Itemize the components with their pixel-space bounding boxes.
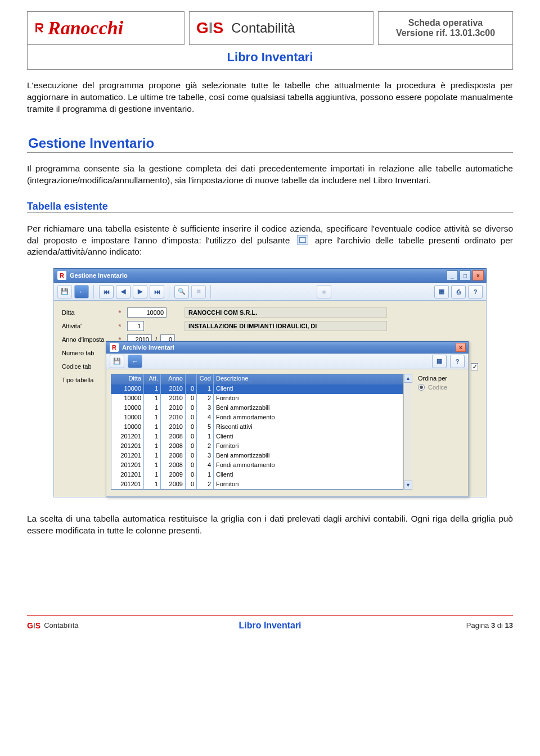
- required-icon: *: [116, 309, 124, 316]
- order-option-codice[interactable]: Codice: [418, 384, 464, 391]
- footer-center: Libro Inventari: [27, 621, 513, 630]
- dialog-save-icon[interactable]: 💾: [110, 355, 124, 368]
- table-row[interactable]: 2012011200802Fornitori: [111, 442, 403, 451]
- grid-header: Ditta Att. Anno Cod Descrizione: [111, 374, 403, 384]
- form-area: Ditta * 10000 RANOCCHI COM S.R.L. Attivi…: [53, 301, 487, 497]
- header-row: Ranocchi GIS Contabilità Scheda operativ…: [27, 11, 513, 45]
- brand-name: Ranocchi: [48, 19, 123, 38]
- col-cod: Cod: [197, 374, 214, 384]
- table-row[interactable]: 100001201005Risconti attivi: [111, 423, 403, 432]
- table-row[interactable]: 100001201003Beni ammortizzabili: [111, 404, 403, 413]
- footer-gis-logo: GIS: [27, 622, 40, 630]
- dialog-titlebar[interactable]: R Archivio inventari ×: [106, 341, 469, 354]
- app-logo-block: GIS Contabilità: [189, 11, 374, 45]
- footer-app: Contabilità: [44, 621, 78, 630]
- label-numero: Numero tab: [62, 350, 112, 356]
- dialog-archivio-inventari: R Archivio inventari × 💾 ← ▦ ?: [106, 341, 469, 497]
- search-icon[interactable]: 🔍: [174, 285, 189, 298]
- checkbox-re[interactable]: ✓: [471, 363, 478, 370]
- back-icon[interactable]: ←: [74, 285, 89, 298]
- app-r-icon: R: [57, 271, 66, 280]
- order-label: Ordina per: [418, 375, 464, 382]
- footer-left: GIS Contabilità: [27, 621, 79, 630]
- first-icon[interactable]: ⏮: [99, 285, 114, 298]
- label-codice: Codice tab: [62, 363, 112, 370]
- radio-icon: [418, 384, 425, 391]
- window-titlebar[interactable]: R Gestione Inventario _ □ ×: [53, 268, 487, 283]
- archive-icon: [297, 235, 308, 245]
- table-row[interactable]: 2012011200804Fondi ammortamento: [111, 461, 403, 470]
- table-row[interactable]: 2012011200801Clienti: [111, 432, 403, 442]
- dialog-body: Ditta Att. Anno Cod Descrizione 10000120…: [106, 369, 469, 497]
- table-row[interactable]: 100001201001Clienti: [111, 384, 403, 394]
- stop-icon[interactable]: ■: [317, 285, 331, 298]
- col-ditta: Ditta: [111, 374, 144, 384]
- table-row[interactable]: 100001201002Fornitori: [111, 394, 403, 404]
- last-icon[interactable]: ⏭: [150, 285, 164, 298]
- app-name: Contabilità: [231, 21, 295, 35]
- input-attivita[interactable]: 1: [127, 321, 144, 331]
- header-title: Libro Inventari: [27, 45, 513, 70]
- dialog-toolbar: 💾 ← ▦ ?: [106, 354, 469, 369]
- required-icon: *: [116, 322, 124, 330]
- table-row[interactable]: 2012011200902Fornitori: [111, 480, 403, 489]
- screenshot-gestione-inventario: R Gestione Inventario _ □ × 💾 ← ⏮ ◀ ▶ ⏭ …: [53, 268, 487, 497]
- col-att: Att.: [144, 374, 161, 384]
- scroll-down-icon[interactable]: ▼: [404, 481, 412, 490]
- help-icon[interactable]: ?: [468, 285, 483, 298]
- section-heading: Gestione Inventario: [27, 137, 513, 153]
- label-ditta: Ditta: [62, 309, 112, 316]
- input-ditta[interactable]: 10000: [127, 307, 166, 318]
- save-icon[interactable]: 💾: [57, 285, 72, 298]
- dialog-title: Archivio inventari: [122, 344, 174, 351]
- order-option-text: Codice: [428, 384, 447, 391]
- brand-logo: Ranocchi: [27, 11, 184, 45]
- intro-paragraph: L'esecuzione del programma propone già s…: [27, 80, 513, 115]
- order-panel: Ordina per Codice: [418, 374, 464, 490]
- next-icon[interactable]: ▶: [133, 285, 147, 298]
- table-row[interactable]: 2012011200803Beni ammortizzabili: [111, 451, 403, 461]
- grid-scrollbar[interactable]: ▲ ▼: [403, 374, 412, 490]
- subheading: Tabella esistente: [27, 201, 513, 213]
- print-icon[interactable]: ⎙: [451, 285, 466, 298]
- table-row[interactable]: 100001201004Fondi ammortamento: [111, 413, 403, 423]
- dialog-r-icon: R: [110, 343, 119, 352]
- label-anno: Anno d'imposta: [62, 336, 112, 343]
- col-desc: Descrizione: [214, 374, 403, 384]
- meta-line-2: Versione rif. 13.01.3c00: [379, 28, 512, 38]
- readout-attivita: INSTALLAZIONE DI IMPIANTI IDRAULICI, DI: [184, 321, 387, 331]
- page-footer: GIS Contabilità Libro Inventari Pagina 3…: [27, 615, 513, 635]
- footer-page-a: Pagina: [466, 621, 491, 630]
- toolbar: 💾 ← ⏮ ◀ ▶ ⏭ 🔍 ✖ ■ ▦ ⎙ ?: [53, 283, 487, 301]
- closing-paragraph: La scelta di una tabella automatica rest…: [27, 513, 513, 537]
- sub-paragraph: Per richiamare una tabella esistente è s…: [27, 223, 513, 259]
- col-blank: [186, 374, 197, 384]
- label-attivita: Attivita': [62, 323, 112, 329]
- archive-grid[interactable]: Ditta Att. Anno Cod Descrizione 10000120…: [111, 374, 403, 490]
- dialog-back-icon[interactable]: ←: [128, 355, 142, 368]
- dialog-util-icon[interactable]: ▦: [432, 355, 447, 368]
- header-meta: Scheda operativa Versione rif. 13.01.3c0…: [378, 11, 513, 45]
- footer-page-b: di: [495, 621, 505, 630]
- gis-logo: GIS: [196, 20, 223, 36]
- footer-page-t: 13: [505, 621, 513, 630]
- brand-r-icon: [34, 23, 44, 33]
- label-tipo: Tipo tabella: [62, 377, 112, 383]
- col-anno: Anno: [161, 374, 186, 384]
- util-icon-1[interactable]: ▦: [434, 285, 449, 298]
- dialog-close-button[interactable]: ×: [456, 343, 466, 352]
- window-title: Gestione Inventario: [70, 272, 128, 279]
- window-minimize-button[interactable]: _: [447, 270, 458, 280]
- section-paragraph: Il programma consente sia la gestione co…: [27, 163, 513, 187]
- prev-icon[interactable]: ◀: [116, 285, 130, 298]
- window-close-button[interactable]: ×: [472, 270, 484, 280]
- table-row[interactable]: 2012011200901Clienti: [111, 470, 403, 480]
- delete-icon[interactable]: ✖: [191, 285, 206, 298]
- readout-ditta: RANOCCHI COM S.R.L.: [184, 307, 387, 318]
- window-maximize-button[interactable]: □: [460, 270, 471, 280]
- scroll-up-icon[interactable]: ▲: [404, 374, 412, 383]
- dialog-help-icon[interactable]: ?: [450, 355, 465, 368]
- footer-right: Pagina 3 di 13: [466, 621, 513, 630]
- meta-line-1: Scheda operativa: [379, 18, 512, 28]
